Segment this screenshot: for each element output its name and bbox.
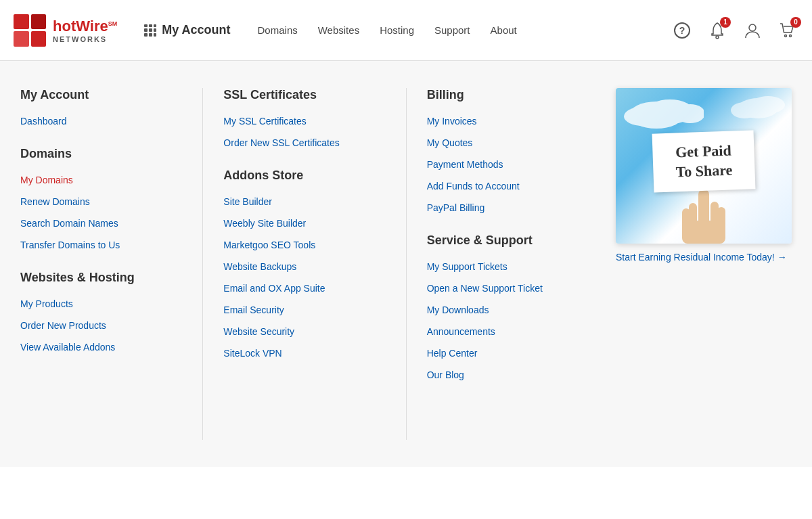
- col-header-billing: Billing: [427, 88, 589, 102]
- logo-sq-bl: [14, 31, 29, 47]
- link-dashboard[interactable]: Dashboard: [20, 116, 182, 127]
- col-ssl: SSL Certificates My SSL Certificates Ord…: [210, 88, 399, 440]
- link-sitelock-vpn[interactable]: SiteLock VPN: [223, 348, 385, 359]
- grid-dot: [149, 24, 152, 28]
- grid-dot: [144, 28, 148, 32]
- nav-hosting[interactable]: Hosting: [380, 24, 414, 36]
- logo-brand: hotWireSM: [53, 18, 117, 35]
- col-header-my-account: My Account: [20, 88, 182, 102]
- svg-point-5: [790, 35, 792, 37]
- nav-websites[interactable]: Websites: [318, 24, 359, 36]
- svg-point-2: [716, 36, 719, 39]
- grid-dot: [154, 33, 157, 37]
- link-my-products[interactable]: My Products: [20, 298, 182, 309]
- my-account-button[interactable]: My Account: [137, 20, 237, 41]
- svg-point-4: [785, 35, 787, 37]
- link-open-support-ticket[interactable]: Open a New Support Ticket: [427, 283, 589, 294]
- grid-dot: [154, 24, 157, 28]
- grid-dot: [149, 33, 152, 37]
- link-renew-domains[interactable]: Renew Domains: [20, 196, 182, 207]
- link-announcements[interactable]: Announcements: [427, 326, 589, 337]
- logo-area: hotWireSM NETWORKS: [14, 14, 117, 47]
- link-my-quotes[interactable]: My Quotes: [427, 137, 589, 148]
- logo-icon: [14, 14, 46, 47]
- logo-sq-br: [31, 31, 47, 47]
- svg-rect-18: [682, 221, 725, 244]
- promo-image: Get Paid To Share: [616, 88, 792, 244]
- promo-cta-link[interactable]: Start Earning Residual Income Today! →: [616, 252, 792, 263]
- nav-support[interactable]: Support: [434, 24, 470, 36]
- logo-sq-tl: [14, 14, 29, 30]
- notification-badge: 1: [720, 17, 731, 28]
- col-divider-1: [202, 88, 203, 440]
- link-add-funds[interactable]: Add Funds to Account: [427, 181, 589, 191]
- logo-hot: hotWire: [53, 18, 108, 35]
- link-payment-methods[interactable]: Payment Methods: [427, 159, 589, 170]
- account-button[interactable]: [742, 20, 763, 41]
- link-marketgoo-seo[interactable]: Marketgoo SEO Tools: [223, 240, 385, 250]
- grid-dot: [144, 33, 148, 37]
- link-order-new-products[interactable]: Order New Products: [20, 320, 182, 331]
- main-nav: Domains Websites Hosting Support About: [258, 24, 671, 36]
- cart-button[interactable]: 0: [777, 20, 798, 41]
- grid-dot: [149, 28, 152, 32]
- logo-networks: NETWORKS: [53, 35, 117, 43]
- header: hotWireSM NETWORKS My Account Domains We…: [0, 0, 812, 61]
- link-order-ssl-certificates[interactable]: Order New SSL Certificates: [223, 137, 385, 148]
- col-header-ssl: SSL Certificates: [223, 88, 385, 102]
- link-view-available-addons[interactable]: View Available Addons: [20, 342, 182, 353]
- link-my-ssl-certificates[interactable]: My SSL Certificates: [223, 116, 385, 127]
- link-email-ox[interactable]: Email and OX App Suite: [223, 283, 385, 294]
- link-paypal-billing[interactable]: PayPal Billing: [427, 202, 589, 213]
- logo-sq-tr: [31, 14, 47, 30]
- col-header-addons: Addons Store: [223, 168, 385, 183]
- user-icon: [744, 22, 761, 39]
- link-search-domain-names[interactable]: Search Domain Names: [20, 218, 182, 229]
- link-help-center[interactable]: Help Center: [427, 348, 589, 359]
- my-account-label: My Account: [162, 23, 230, 37]
- col-header-domains: Domains: [20, 147, 182, 161]
- link-my-downloads[interactable]: My Downloads: [427, 304, 589, 315]
- link-email-security[interactable]: Email Security: [223, 304, 385, 315]
- grid-dot: [144, 24, 148, 28]
- col-divider-2: [406, 88, 407, 440]
- promo-col: Get Paid To Share Start Earning Residual…: [602, 88, 792, 440]
- link-transfer-domains[interactable]: Transfer Domains to Us: [20, 240, 182, 250]
- col-my-account: My Account Dashboard Domains My Domains …: [20, 88, 196, 440]
- cloud-svg: [623, 95, 704, 129]
- nav-domains[interactable]: Domains: [258, 24, 298, 36]
- promo-sign-line1: Get Paid: [675, 141, 731, 160]
- link-site-builder[interactable]: Site Builder: [223, 196, 385, 207]
- col-header-service-support: Service & Support: [427, 233, 589, 248]
- link-my-invoices[interactable]: My Invoices: [427, 116, 589, 127]
- col-billing: Billing My Invoices My Quotes Payment Me…: [413, 88, 602, 440]
- svg-point-3: [749, 24, 756, 31]
- header-actions: ? 1 0: [671, 20, 798, 41]
- promo-sign: Get Paid To Share: [652, 130, 756, 192]
- promo-content: Get Paid To Share: [653, 132, 754, 244]
- hand-svg: [677, 189, 731, 244]
- svg-point-9: [675, 104, 704, 123]
- grid-dot: [154, 28, 157, 32]
- svg-point-12: [731, 102, 758, 118]
- nav-about[interactable]: About: [491, 24, 517, 36]
- dropdown-panel: My Account Dashboard Domains My Domains …: [0, 61, 812, 467]
- help-icon: ?: [673, 22, 691, 39]
- link-my-support-tickets[interactable]: My Support Tickets: [427, 261, 589, 272]
- link-website-security[interactable]: Website Security: [223, 326, 385, 337]
- svg-point-8: [624, 107, 662, 126]
- link-weebly-site-builder[interactable]: Weebly Site Builder: [223, 218, 385, 229]
- link-my-domains[interactable]: My Domains: [20, 175, 182, 185]
- cart-badge: 0: [790, 17, 801, 28]
- link-our-blog[interactable]: Our Blog: [427, 369, 589, 380]
- logo-text: hotWireSM NETWORKS: [53, 18, 117, 43]
- help-button[interactable]: ?: [671, 20, 693, 41]
- notification-button[interactable]: 1: [706, 20, 728, 41]
- col-header-websites-hosting: Websites & Hosting: [20, 271, 182, 285]
- logo-sm: SM: [108, 20, 118, 26]
- svg-text:?: ?: [679, 25, 685, 36]
- link-website-backups[interactable]: Website Backups: [223, 261, 385, 272]
- promo-sign-line2: To Share: [675, 161, 733, 180]
- cloud-svg-2: [731, 91, 785, 118]
- grid-icon: [144, 24, 156, 37]
